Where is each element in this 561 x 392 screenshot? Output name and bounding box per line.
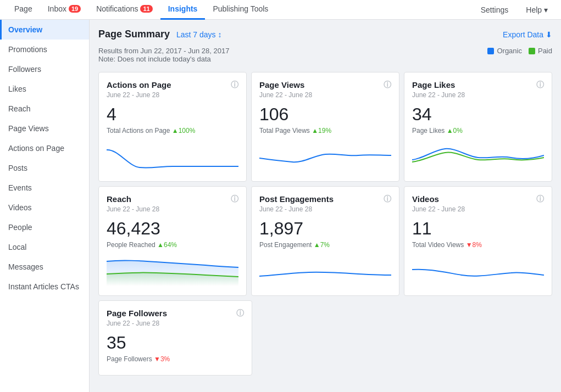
change-page-likes: ▲0% [447,127,463,135]
sidebar-item-messages[interactable]: Messages [0,257,89,277]
chart-actions [107,139,238,172]
card-subtitle-actions: June 22 - June 28 [107,91,238,99]
summary-header: Page Summary Last 7 days ↕ Export Data ⬇ [98,29,552,40]
paid-dot [529,48,535,54]
legend-paid: Paid [529,47,552,55]
export-icon: ⬇ [546,30,552,39]
change-post-engagements: ▲7% [314,241,330,249]
sidebar-item-page-views[interactable]: Page Views [0,119,89,138]
chart-legend: Organic Paid [487,47,552,55]
card-desc-page-views: Total Page Views ▲19% [259,127,391,135]
tab-publishing-tools[interactable]: Publishing Tools [205,0,276,20]
top-nav-right: Settings Help ▾ [474,0,554,20]
tab-insights[interactable]: Insights [160,0,205,20]
legend-organic: Organic [487,47,522,55]
card-title-page-likes: Page Likes ⓘ [412,80,544,90]
card-value-videos: 11 [412,219,544,239]
card-page-followers: Page Followers ⓘ June 22 - June 28 35 Pa… [98,300,252,376]
card-title-actions: Actions on Page ⓘ [107,80,238,90]
sidebar-item-instant-articles[interactable]: Instant Articles CTAs [0,277,89,296]
tab-page[interactable]: Page [7,0,40,20]
sidebar-item-local[interactable]: Local [0,237,89,257]
sidebar-item-events[interactable]: Events [0,178,89,198]
change-page-followers: ▼3% [154,355,170,363]
card-value-reach: 46,423 [107,219,238,239]
date-range-row: Results from Jun 22, 2017 - Jun 28, 2017… [98,47,552,63]
settings-button[interactable]: Settings [474,0,515,20]
inbox-badge: 19 [69,5,81,13]
card-subtitle-page-likes: June 22 - June 28 [412,91,544,99]
info-icon-actions[interactable]: ⓘ [231,80,238,90]
layout: Overview Promotions Followers Likes Reac… [0,20,561,392]
card-page-views: Page Views ⓘ June 22 - June 28 106 Total… [251,72,399,182]
main-content: Page Summary Last 7 days ↕ Export Data ⬇… [90,20,561,392]
info-icon-page-views[interactable]: ⓘ [384,80,391,90]
summary-title-group: Page Summary Last 7 days ↕ [98,29,221,40]
export-data-button[interactable]: Export Data ⬇ [503,30,552,39]
sidebar-item-promotions[interactable]: Promotions [0,40,89,59]
sidebar-item-overview[interactable]: Overview [0,20,89,40]
card-videos: Videos ⓘ June 22 - June 28 11 Total Vide… [404,186,552,296]
help-button[interactable]: Help ▾ [519,0,554,20]
card-title-reach: Reach ⓘ [107,194,238,204]
top-nav-left: Page Inbox 19 Notifications 11 Insights … [7,0,474,20]
card-page-likes: Page Likes ⓘ June 22 - June 28 34 Page L… [404,72,552,182]
change-reach: ▲64% [157,241,177,249]
sidebar-item-likes[interactable]: Likes [0,79,89,99]
info-icon-reach[interactable]: ⓘ [231,194,238,204]
change-videos: ▼8% [466,241,482,249]
change-actions: ▲100% [172,127,196,135]
chart-page-likes [412,139,544,172]
chart-reach [107,253,238,286]
date-range-text-group: Results from Jun 22, 2017 - Jun 28, 2017… [98,47,229,63]
sidebar-item-actions-on-page[interactable]: Actions on Page [0,138,89,158]
card-value-post-engagements: 1,897 [259,219,391,239]
card-subtitle-reach: June 22 - June 28 [107,205,238,213]
info-icon-page-followers[interactable]: ⓘ [236,309,244,318]
card-title-page-followers: Page Followers ⓘ [107,309,244,318]
organic-dot [487,48,494,54]
card-desc-videos: Total Video Views ▼8% [412,241,544,249]
card-actions-on-page: Actions on Page ⓘ June 22 - June 28 4 To… [98,72,247,182]
tab-notifications[interactable]: Notifications 11 [88,0,160,20]
change-page-views: ▲19% [312,127,331,135]
date-range-text: Results from Jun 22, 2017 - Jun 28, 2017 [98,47,229,55]
card-value-page-views: 106 [259,104,391,125]
card-desc-page-likes: Page Likes ▲0% [412,127,544,135]
card-title-videos: Videos ⓘ [412,194,544,204]
sidebar-item-people[interactable]: People [0,217,89,237]
card-desc-actions: Total Actions on Page ▲100% [107,127,238,135]
info-icon-videos[interactable]: ⓘ [536,194,544,204]
card-value-actions: 4 [107,104,238,125]
card-value-page-likes: 34 [412,104,544,125]
card-value-page-followers: 35 [107,333,244,353]
card-desc-page-followers: Page Followers ▼3% [107,355,244,363]
tab-inbox[interactable]: Inbox 19 [40,0,89,20]
card-subtitle-post-engagements: June 22 - June 28 [259,205,391,213]
chart-post-engagements [259,253,391,286]
summary-period[interactable]: Last 7 days ↕ [176,30,222,39]
chart-page-views [259,139,391,172]
card-desc-reach: People Reached ▲64% [107,241,238,249]
sidebar-item-posts[interactable]: Posts [0,158,89,178]
card-title-page-views: Page Views ⓘ [259,80,391,90]
top-nav: Page Inbox 19 Notifications 11 Insights … [0,0,561,20]
card-desc-post-engagements: Post Engagement ▲7% [259,241,391,249]
card-subtitle-page-views: June 22 - June 28 [259,91,391,99]
info-icon-page-likes[interactable]: ⓘ [536,80,544,90]
card-post-engagements: Post Engagements ⓘ June 22 - June 28 1,8… [251,186,399,296]
card-subtitle-videos: June 22 - June 28 [412,205,544,213]
sidebar: Overview Promotions Followers Likes Reac… [0,20,90,392]
card-title-post-engagements: Post Engagements ⓘ [259,194,391,204]
card-reach: Reach ⓘ June 22 - June 28 46,423 People … [98,186,247,296]
sidebar-item-followers[interactable]: Followers [0,59,89,79]
notifications-badge: 11 [140,5,152,13]
chart-videos [412,253,544,286]
sidebar-item-reach[interactable]: Reach [0,99,89,119]
card-subtitle-page-followers: June 22 - June 28 [107,320,244,327]
cards-grid: Actions on Page ⓘ June 22 - June 28 4 To… [98,72,552,296]
summary-title: Page Summary [98,29,170,40]
sidebar-item-videos[interactable]: Videos [0,198,89,217]
date-range-note: Note: Does not include today's data [98,55,229,63]
info-icon-post-engagements[interactable]: ⓘ [384,194,391,204]
